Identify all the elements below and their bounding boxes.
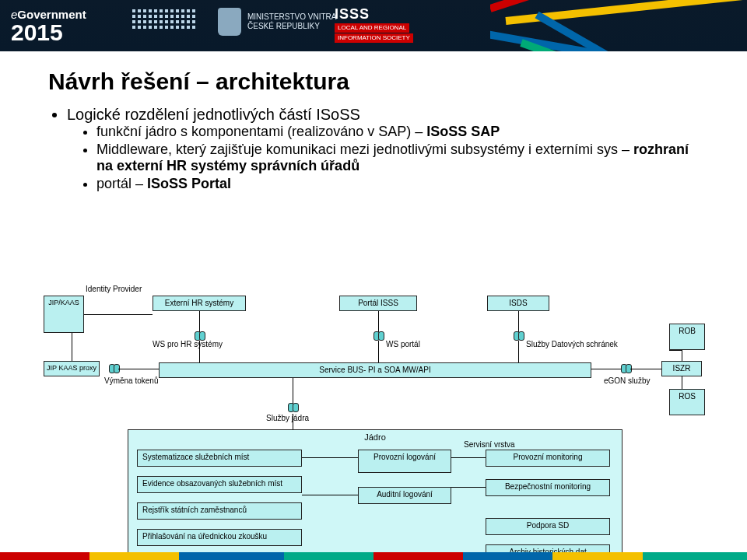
conn-line	[630, 369, 661, 369]
isss-title: ISSS	[335, 6, 413, 23]
conn-line	[84, 314, 153, 315]
architecture-diagram: Identity Provider JIP/KAAS Externí HR sy…	[44, 285, 705, 560]
box-rob: ROB	[669, 324, 705, 350]
box-portal: Portál ISSS	[339, 296, 417, 311]
box-ps: Podpora SD	[486, 518, 610, 535]
lbl-serv: Servisní vrstva	[464, 440, 515, 449]
conn-line	[302, 457, 358, 458]
conn-line	[302, 495, 358, 495]
box-al: Auditní logování	[358, 487, 451, 504]
bullet-1: funkční jádro s komponentami (realizován…	[96, 124, 699, 140]
lbl-tok: Výměna tokenů	[104, 376, 159, 385]
bullet-2: Middleware, který zajišťuje komunikaci m…	[96, 142, 699, 174]
isss-box2: INFORMATION SOCIETY	[335, 33, 413, 43]
box-jip: JIP/KAAS	[44, 296, 84, 333]
footer-stripes	[0, 552, 747, 560]
header-stripes	[490, 0, 747, 51]
conn-line	[669, 350, 682, 351]
box-sys4: Přihlašování na úřednickou zkoušku	[137, 529, 302, 546]
interface-icon	[374, 331, 383, 339]
conn-line	[72, 333, 72, 361]
interface-icon	[514, 331, 523, 339]
box-bus: Service BUS- PI a SOA MW/API	[159, 362, 591, 378]
box-exthr: Externí HR systémy	[153, 296, 246, 311]
coat-of-arms-icon	[218, 8, 241, 36]
page-title: Návrh řešení – architektura	[48, 68, 699, 95]
header-bar: eGovernment 2015 MINISTERSTVO VNITRA ČES…	[0, 0, 747, 51]
box-sys2: Evidence obsazovaných služebních míst	[137, 476, 302, 493]
box-pl: Provozní logování	[358, 450, 451, 473]
ministry-block: MINISTERSTVO VNITRA ČESKÉ REPUBLIKY	[218, 8, 336, 36]
logo-year: 2015	[11, 22, 86, 43]
conn-line	[682, 350, 682, 361]
isss-box1: LOCAL AND REGIONAL	[335, 23, 409, 33]
conn-line	[293, 378, 293, 404]
lbl-wsp: WS portál	[386, 340, 420, 348]
dots-graphic	[132, 9, 195, 29]
box-sys1: Systematizace služebních míst	[137, 450, 302, 467]
box-sys3: Rejstřík státních zaměstnanců	[137, 502, 302, 520]
conn-line	[451, 457, 486, 458]
box-ros: ROS	[669, 389, 705, 415]
box-proxy: JIP KAAS proxy	[44, 361, 100, 376]
lbl-sluzby: Služby jádra	[266, 414, 309, 422]
box-iszr: ISZR	[661, 361, 702, 376]
bullet-3: portál – ISoSS Portal	[96, 176, 699, 192]
ministry-line2: ČESKÉ REPUBLIKY	[247, 22, 336, 31]
conn-line	[293, 414, 293, 429]
egov-logo: eGovernment 2015	[11, 8, 86, 43]
interface-icon	[195, 331, 204, 339]
conn-line	[451, 487, 486, 488]
box-bm: Bezpečnostní monitoring	[486, 479, 610, 496]
ministry-line1: MINISTERSTVO VNITRA	[247, 12, 336, 22]
interface-icon	[288, 403, 297, 411]
bullet-main: Logické rozdělení jednotlivých částí ISo…	[67, 106, 699, 192]
lbl-wshr: WS pro HR systémy	[153, 340, 223, 348]
box-pm: Provozní monitoring	[486, 450, 610, 467]
interface-icon	[621, 364, 630, 372]
lbl-sds: Služby Datových schránek	[526, 340, 618, 348]
box-isds: ISDS	[487, 296, 549, 311]
interface-icon	[109, 364, 118, 372]
lbl-idp: Identity Provider	[86, 285, 142, 293]
slide-content: Návrh řešení – architektura Logické rozd…	[0, 51, 747, 192]
conn-line	[591, 369, 621, 369]
isss-logo: ISSS LOCAL AND REGIONAL INFORMATION SOCI…	[335, 6, 413, 43]
lbl-egon: eGON služby	[604, 376, 650, 385]
conn-line	[118, 369, 159, 369]
